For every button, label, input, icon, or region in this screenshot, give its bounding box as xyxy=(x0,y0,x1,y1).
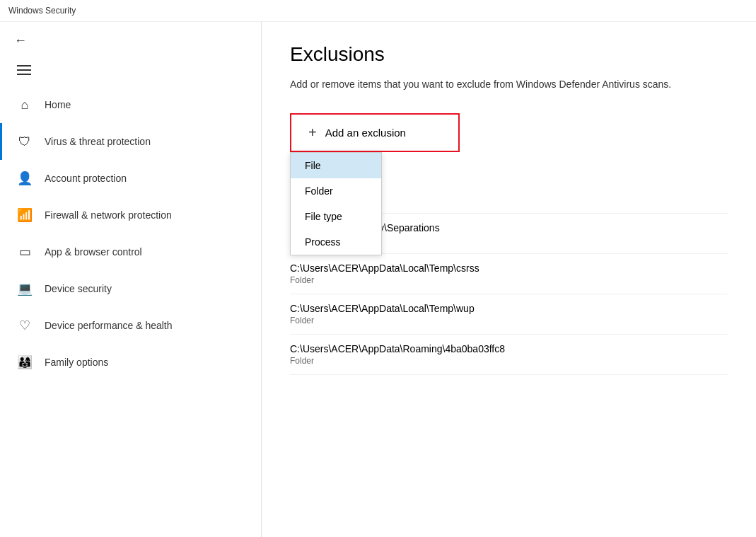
nav-list: ⌂Home🛡Virus & threat protection👤Account … xyxy=(0,86,261,381)
hamburger-line-3 xyxy=(17,74,31,75)
app-browser-icon: ▭ xyxy=(16,243,33,260)
dropdown-item-file[interactable]: File xyxy=(291,153,381,178)
exclusion-item: C:\Users\ACER\AppData\Local\Temp\wupFold… xyxy=(290,294,728,335)
home-icon: ⌂ xyxy=(16,96,33,113)
sidebar-item-virus[interactable]: 🛡Virus & threat protection xyxy=(0,123,261,160)
exclusion-item: C:\Users\ACER\AppData\Local\Temp\csrssFo… xyxy=(290,254,728,294)
page-description: Add or remove items that you want to exc… xyxy=(290,77,714,92)
sidebar-label-family: Family options xyxy=(45,357,108,368)
sidebar-label-account: Account protection xyxy=(45,173,127,184)
virus-icon: 🛡 xyxy=(16,133,33,150)
sidebar-item-firewall[interactable]: 📶Firewall & network protection xyxy=(0,197,261,233)
exclusion-path: C:\Users\ACER\AppData\Local\Temp\csrss xyxy=(290,262,728,274)
page-title: Exclusions xyxy=(290,43,728,66)
sidebar-item-device-perf[interactable]: ♡Device performance & health xyxy=(0,307,261,344)
app-title: Windows Security xyxy=(8,6,76,16)
sidebar-label-device-security: Device security xyxy=(45,283,112,294)
account-icon: 👤 xyxy=(16,170,33,187)
device-security-icon: 💻 xyxy=(16,280,33,297)
sidebar-item-account[interactable]: 👤Account protection xyxy=(0,160,261,197)
sidebar-label-virus: Virus & threat protection xyxy=(45,136,151,147)
firewall-icon: 📶 xyxy=(16,207,33,224)
sidebar-item-app-browser[interactable]: ▭App & browser control xyxy=(0,233,261,270)
dropdown-item-filetype[interactable]: File type xyxy=(291,204,381,229)
sidebar-item-family[interactable]: 👨‍👩‍👧Family options xyxy=(0,344,261,381)
exclusion-type: Folder xyxy=(290,275,728,285)
family-icon: 👨‍👩‍👧 xyxy=(16,354,33,371)
exclusion-type: Folder xyxy=(290,316,728,325)
add-exclusion-button[interactable]: + Add an exclusion xyxy=(290,113,460,152)
exclusion-type: Folder xyxy=(290,356,728,366)
main-content: Exclusions Add or remove items that you … xyxy=(262,22,756,537)
exclusion-type-dropdown: FileFolderFile typeProcess xyxy=(290,152,382,255)
sidebar-label-firewall: Firewall & network protection xyxy=(45,209,172,221)
add-exclusion-area: + Add an exclusion FileFolderFile typePr… xyxy=(290,113,460,152)
plus-icon: + xyxy=(308,125,317,141)
add-exclusion-label: Add an exclusion xyxy=(325,127,406,139)
exclusion-path: C:\Users\ACER\AppData\Local\Temp\wup xyxy=(290,303,728,314)
exclusion-item: C:\Users\ACER\AppData\Roaming\4ba0ba03ff… xyxy=(290,335,728,375)
sidebar-item-device-security[interactable]: 💻Device security xyxy=(0,270,261,307)
dropdown-item-folder[interactable]: Folder xyxy=(291,178,381,204)
back-button[interactable]: ← xyxy=(11,30,30,51)
hamburger-button[interactable] xyxy=(11,62,37,78)
sidebar-label-app-browser: App & browser control xyxy=(45,246,142,258)
hamburger-line-1 xyxy=(17,65,31,67)
sidebar: ← ⌂Home🛡Virus & threat protection👤Accoun… xyxy=(0,22,262,537)
sidebar-header: ← xyxy=(0,22,261,59)
exclusion-path: C:\Users\ACER\AppData\Roaming\4ba0ba03ff… xyxy=(290,343,728,354)
sidebar-label-home: Home xyxy=(45,99,71,110)
dropdown-item-process[interactable]: Process xyxy=(291,229,381,255)
sidebar-label-device-perf: Device performance & health xyxy=(45,320,173,331)
hamburger-line-2 xyxy=(17,69,31,71)
back-icon: ← xyxy=(14,33,27,47)
sidebar-item-home[interactable]: ⌂Home xyxy=(0,86,261,123)
title-bar: Windows Security xyxy=(0,0,756,22)
device-perf-icon: ♡ xyxy=(16,317,33,334)
